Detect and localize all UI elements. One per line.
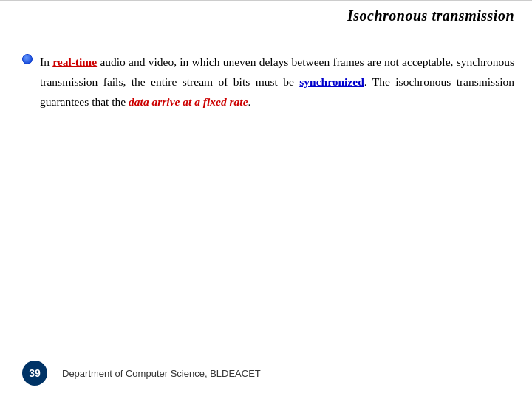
page-number-badge: 39 [22,361,47,386]
title-bar: Isochronous transmission [0,0,532,24]
text-realtime: real-time [52,55,97,68]
footer-department: Department of Computer Science, BLDEACET [62,368,261,379]
bullet-icon [22,54,33,67]
text-synchronized: synchronized [299,75,364,88]
bullet-circle [22,54,33,64]
main-paragraph: In real-time audio and video, in which u… [40,52,514,112]
text-end: . [248,95,251,108]
text-intro: In [40,55,52,68]
content-area: In real-time audio and video, in which u… [22,52,514,112]
slide-title: Isochronous transmission [347,7,514,24]
text-fixed-rate: data arrive at a fixed rate [129,95,248,108]
footer: 39 Department of Computer Science, BLDEA… [0,361,532,386]
slide: Isochronous transmission In real-time au… [0,0,532,399]
bullet-row: In real-time audio and video, in which u… [22,52,514,112]
